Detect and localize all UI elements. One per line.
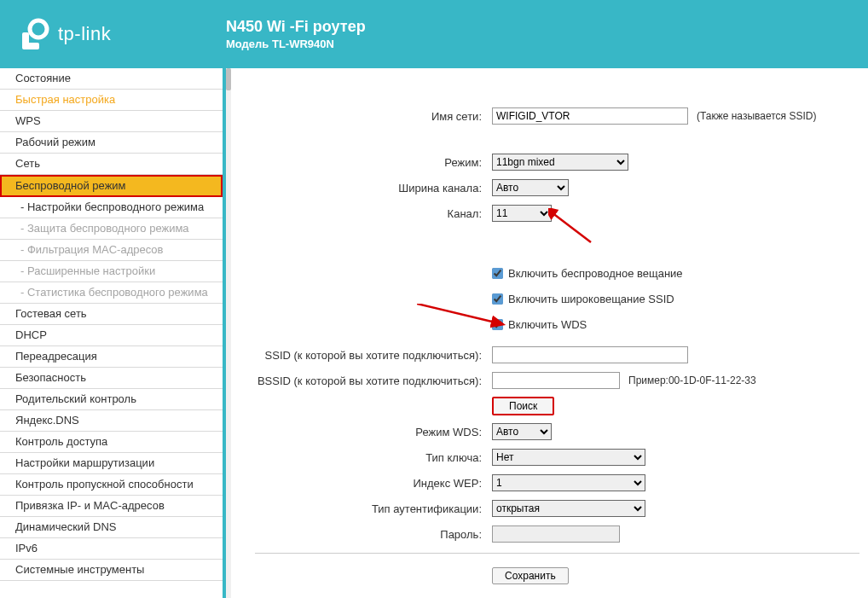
sidebar-item-18[interactable]: Настройки маршрутизации	[0, 453, 223, 474]
sidebar-item-3[interactable]: Рабочий режим	[0, 132, 223, 154]
sidebar-item-0[interactable]: Состояние	[0, 68, 223, 90]
auth-select[interactable]: открытая	[492, 500, 645, 517]
ssid-hint: (Также называется SSID)	[697, 110, 816, 122]
sidebar-item-14[interactable]: Безопасность	[0, 368, 223, 389]
wds-label: Включить WDS	[508, 318, 587, 331]
bssid-hint: Пример:00-1D-0F-11-22-33	[628, 374, 756, 386]
broadcast-checkbox[interactable]	[492, 268, 503, 279]
brand-text: tp-link	[58, 23, 111, 45]
sidebar-item-12[interactable]: DHCP	[0, 325, 223, 346]
save-button[interactable]: Сохранить	[492, 567, 569, 584]
sidebar-item-17[interactable]: Контроль доступа	[0, 432, 223, 453]
divider	[255, 553, 859, 554]
ssid-broadcast-label: Включить широковещание SSID	[508, 293, 674, 305]
ssid-input[interactable]	[492, 107, 688, 125]
sidebar-item-15[interactable]: Родительский контроль	[0, 389, 223, 410]
sidebar-item-6[interactable]: - Настройки беспроводного режима	[0, 197, 223, 218]
sidebar-item-4[interactable]: Сеть	[0, 154, 223, 175]
password-input[interactable]	[492, 525, 620, 543]
sidebar-item-10[interactable]: - Статистика беспроводного режима	[0, 282, 223, 304]
sidebar-item-1[interactable]: Быстрая настройка	[0, 90, 223, 111]
sidebar-item-16[interactable]: Яндекс.DNS	[0, 410, 223, 432]
wds-ssid-label: SSID (к которой вы хотите подключиться):	[255, 349, 492, 362]
sidebar-item-11[interactable]: Гостевая сеть	[0, 304, 223, 325]
sidebar-item-19[interactable]: Контроль пропускной способности	[0, 474, 223, 496]
app-header: tp-link N450 Wi -Fi роутер Модель TL-WR9…	[0, 0, 868, 68]
auth-label: Тип аутентификации:	[255, 502, 492, 515]
key-type-label: Тип ключа:	[255, 451, 492, 464]
wds-mode-label: Режим WDS:	[255, 426, 492, 438]
channel-label: Канал:	[255, 207, 492, 220]
password-label: Пароль:	[255, 528, 492, 541]
sidebar-item-8[interactable]: - Фильтрация MAC-адресов	[0, 240, 223, 261]
wds-mode-select[interactable]: Авто	[492, 423, 552, 440]
mode-label: Режим:	[255, 156, 492, 169]
wep-label: Индекс WEP:	[255, 477, 492, 490]
ssid-broadcast-checkbox[interactable]	[492, 293, 503, 305]
main-content: Имя сети: (Также называется SSID) Режим:…	[226, 68, 868, 598]
svg-point-0	[30, 20, 47, 38]
wds-bssid-input[interactable]	[492, 372, 620, 389]
sidebar-item-21[interactable]: Динамический DNS	[0, 517, 223, 538]
sidebar-item-23[interactable]: Системные инструменты	[0, 560, 223, 581]
arrow-annotation-wds	[417, 304, 511, 338]
tplink-logo-icon	[17, 17, 51, 51]
product-model: Модель TL-WR940N	[226, 38, 868, 50]
sidebar-item-9[interactable]: - Расширенные настройки	[0, 261, 223, 282]
sidebar-item-7[interactable]: - Защита беспроводного режима	[0, 218, 223, 240]
width-label: Ширина канала:	[255, 182, 492, 194]
ssid-label: Имя сети:	[255, 110, 492, 123]
svg-rect-2	[22, 43, 39, 49]
search-button[interactable]: Поиск	[492, 397, 554, 415]
sidebar-item-5[interactable]: Беспроводной режим	[0, 175, 223, 197]
svg-line-4	[417, 304, 495, 322]
mode-select[interactable]: 11bgn mixed	[492, 154, 628, 171]
product-title: N450 Wi -Fi роутер	[226, 18, 868, 36]
sidebar-item-22[interactable]: IPv6	[0, 538, 223, 560]
broadcast-label: Включить беспроводное вещание	[508, 267, 683, 280]
sidebar-item-20[interactable]: Привязка IP- и MAC-адресов	[0, 496, 223, 517]
wds-bssid-label: BSSID (к которой вы хотите подключиться)…	[255, 374, 492, 387]
sidebar: СостояниеБыстрая настройкаWPSРабочий реж…	[0, 68, 226, 598]
key-type-select[interactable]: Нет	[492, 449, 645, 466]
channel-select[interactable]: 11	[492, 205, 552, 222]
wep-select[interactable]: 1	[492, 474, 645, 491]
svg-line-3	[552, 212, 591, 242]
sidebar-item-2[interactable]: WPS	[0, 111, 223, 132]
arrow-annotation-channel	[548, 208, 599, 251]
width-select[interactable]: Авто	[492, 179, 569, 196]
sidebar-item-13[interactable]: Переадресация	[0, 346, 223, 368]
wds-ssid-input[interactable]	[492, 346, 688, 363]
